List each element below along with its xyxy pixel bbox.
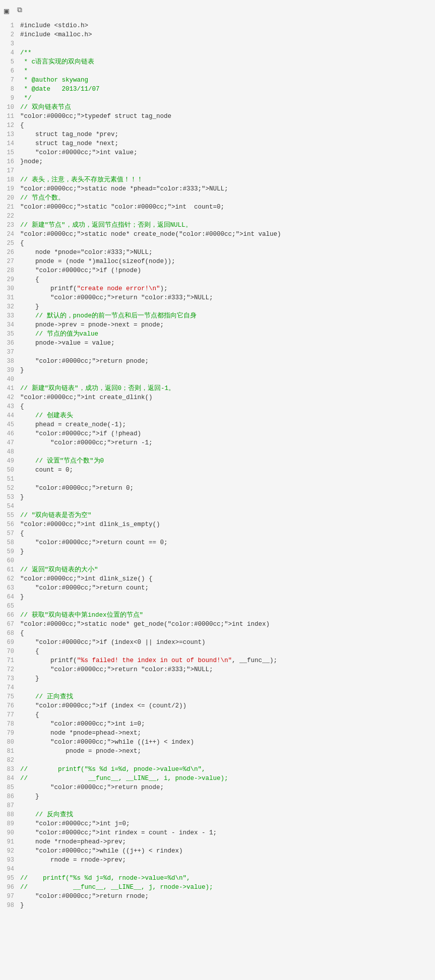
line: 76 "color:#0000cc;">if (index <= (count/… [4, 701, 431, 710]
line-number: 87 [4, 801, 20, 810]
line: 20// 节点个数。 [4, 193, 431, 203]
line-content: "color:#0000cc;">while ((j++) < rindex) [20, 846, 431, 856]
line-content: printf("%s failed! the index in out of b… [20, 656, 431, 665]
line-content: // 返回"双向链表的大小" [20, 565, 431, 574]
line: 75 // 正向查找 [4, 692, 431, 701]
line-content: // 默认的，pnode的前一节点和后一节点都指向它自身 [20, 311, 431, 320]
line: 73 } [4, 674, 431, 683]
collapse-icon[interactable]: ▣ [4, 6, 14, 16]
line-number: 16 [4, 157, 20, 166]
line: 43{ [4, 402, 431, 411]
copy-icon[interactable]: ⧉ [17, 6, 27, 16]
line-number: 29 [4, 275, 20, 284]
line-number: 34 [4, 320, 20, 330]
line-content: node *pnode=phead->next; [20, 729, 431, 738]
line: 27 pnode = (node *)malloc(sizeof(node)); [4, 257, 431, 266]
line: 69 "color:#0000cc;">if (index<0 || index… [4, 638, 431, 647]
line: 35 // 节点的值为value [4, 330, 431, 339]
line-content: #include <stdio.h> [20, 21, 431, 30]
line-content: { [20, 710, 431, 720]
line: 60 [4, 556, 431, 565]
line: 21"color:#0000cc;">static "color:#0000cc… [4, 203, 431, 212]
line: 96// __func__, __LINE__, j, rnode->value… [4, 883, 431, 892]
line-number: 23 [4, 221, 20, 230]
line: 36 pnode->value = value; [4, 339, 431, 348]
line-number: 11 [4, 112, 20, 121]
line-number: 26 [4, 248, 20, 257]
line-content: phead = create_node(-1); [20, 420, 431, 429]
line-content: "color:#0000cc;">int rindex = count - in… [20, 828, 431, 837]
line: 77 { [4, 710, 431, 720]
line-content: struct tag_node *next; [20, 139, 431, 148]
line-content: } [20, 302, 431, 311]
line-number: 63 [4, 583, 20, 593]
line: 86 } [4, 792, 431, 801]
line-number: 40 [4, 375, 20, 384]
line-content: pnode->prev = pnode->next = pnode; [20, 320, 431, 330]
line: 68{ [4, 629, 431, 638]
line-content: "color:#0000cc;">int dlink_is_empty() [20, 520, 431, 529]
line-content: { [20, 402, 431, 411]
line-number: 78 [4, 720, 20, 729]
editor-container: ▣ ⧉ 1#include <stdio.h>2#include <malloc… [0, 0, 435, 980]
line: 54 [4, 502, 431, 511]
line-number: 20 [4, 193, 20, 203]
line: 56"color:#0000cc;">int dlink_is_empty() [4, 520, 431, 529]
line-content: "color:#0000cc;">static node *phead="col… [20, 184, 431, 193]
line-content: { [20, 121, 431, 130]
line: 94 [4, 865, 431, 874]
line-content: // 新建"双向链表"，成功，返回0；否则，返回-1。 [20, 384, 431, 393]
line-content: "color:#0000cc;">return "color:#333;">NU… [20, 293, 431, 302]
line-number: 31 [4, 293, 20, 302]
line-content [20, 502, 431, 511]
line: 32 } [4, 302, 431, 311]
line-content: } [20, 547, 431, 556]
line-content: } [20, 493, 431, 502]
line: 93 rnode = rnode->prev; [4, 856, 431, 865]
line-content: node *rnode=phead->prev; [20, 837, 431, 846]
line-number: 15 [4, 148, 20, 157]
line: 47 "color:#0000cc;">return -1; [4, 438, 431, 447]
line-number: 95 [4, 874, 20, 883]
line: 23// 新建"节点"，成功，返回节点指针；否则，返回NULL。 [4, 221, 431, 230]
line-number: 62 [4, 574, 20, 583]
line-number: 39 [4, 366, 20, 375]
line-number: 94 [4, 865, 20, 874]
line: 7 * @author skywang [4, 76, 431, 85]
line: 72 "color:#0000cc;">return "color:#333;"… [4, 665, 431, 674]
line-number: 52 [4, 484, 20, 493]
line-content: "color:#0000cc;">static "color:#0000cc;"… [20, 203, 431, 212]
line-content [20, 556, 431, 565]
line: 34 pnode->prev = pnode->next = pnode; [4, 320, 431, 330]
line: 42"color:#0000cc;">int create_dlink() [4, 393, 431, 402]
line-number: 27 [4, 257, 20, 266]
line-number: 76 [4, 701, 20, 710]
line-number: 43 [4, 402, 20, 411]
line-content: // 正向查找 [20, 692, 431, 701]
line-content: "color:#0000cc;">typedef struct tag_node [20, 112, 431, 121]
line: 28 "color:#0000cc;">if (!pnode) [4, 266, 431, 275]
line-content [20, 756, 431, 765]
line-number: 90 [4, 828, 20, 837]
line-content: } [20, 792, 431, 801]
line: 78 "color:#0000cc;">int i=0; [4, 720, 431, 729]
line-number: 73 [4, 674, 20, 683]
line-content: "color:#0000cc;">return rnode; [20, 892, 431, 901]
line: 38 "color:#0000cc;">return pnode; [4, 357, 431, 366]
line-content: "color:#0000cc;">int dlink_size() { [20, 574, 431, 583]
line: 98} [4, 901, 431, 910]
line: 8 * @date 2013/11/07 [4, 85, 431, 94]
line-number: 2 [4, 30, 20, 39]
line-number: 18 [4, 175, 20, 184]
line-number: 14 [4, 139, 20, 148]
line-content: } [20, 593, 431, 602]
line: 31 "color:#0000cc;">return "color:#333;"… [4, 293, 431, 302]
line: 70 { [4, 647, 431, 656]
line-number: 42 [4, 393, 20, 402]
line-number: 8 [4, 85, 20, 94]
line: 16}node; [4, 157, 431, 166]
line: 55// "双向链表是否为空" [4, 511, 431, 520]
line: 29 { [4, 275, 431, 284]
line-content: * c语言实现的双向链表 [20, 57, 431, 67]
line: 44 // 创建表头 [4, 411, 431, 420]
